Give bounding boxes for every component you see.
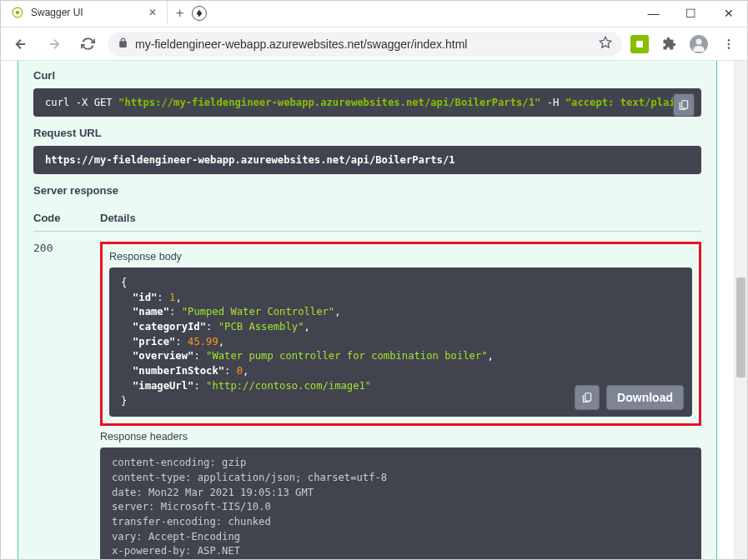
svg-point-1 [16,11,20,15]
svg-point-6 [728,42,730,45]
lock-icon [118,38,128,51]
page-content: Curl curl -X GET "https://my-fieldengine… [1,61,734,559]
response-body-highlight: Response body { "id": 1, "name": "Pumped… [100,242,701,426]
profile-indicator-icon[interactable] [192,6,207,21]
code-column-header: Code [33,212,100,224]
close-tab-icon[interactable]: ✕ [148,7,157,18]
profile-avatar-icon[interactable] [687,32,710,56]
response-headers-box: content-encoding: gzip content-type: app… [100,448,701,559]
copy-response-button[interactable] [575,385,600,410]
response-row: 200 Response body { "id": 1, "name": "Pu… [33,232,701,559]
request-url-value: https://my-fieldengineer-webapp.azureweb… [45,154,455,166]
request-url-label: Request URL [33,127,701,139]
response-table-header: Code Details [33,203,701,232]
bookmark-star-icon[interactable] [599,36,612,52]
svg-rect-8 [682,101,688,108]
header-line: date: Mon22 Mar 2021 19:05:13 GMT [112,486,690,501]
server-response-label: Server response [33,184,701,197]
response-body-label: Response body [109,251,692,262]
svg-marker-2 [600,37,610,48]
curl-command-box: curl -X GET "https://my-fieldengineer-we… [33,88,701,117]
header-line: vary: Accept-Encoding [112,530,690,545]
curl-label: Curl [33,69,701,82]
vertical-scrollbar[interactable] [734,61,747,559]
window-controls: — ☐ ✕ [635,1,747,26]
response-body-box: { "id": 1, "name": "Pumped Water Control… [109,268,692,417]
swagger-favicon-icon [11,6,24,19]
header-line: content-type: application/json; charset=… [112,471,690,486]
kebab-menu-icon[interactable] [717,32,740,56]
curl-accept: "accept: text/plain" [565,97,688,108]
header-line: transfer-encoding: chunked [112,515,690,530]
curl-prefix: curl -X GET [45,97,118,108]
header-line: x-powered-by: ASP.NET [112,544,690,559]
browser-toolbar: my-fieldengineer-webapp.azurewebsites.ne… [1,28,747,61]
details-column-header: Details [100,212,701,224]
svg-rect-9 [585,393,591,401]
svg-point-4 [696,38,702,44]
titlebar: Swagger UI ✕ + — ☐ ✕ [1,1,747,28]
maximize-button[interactable]: ☐ [672,1,710,26]
scrollbar-thumb[interactable] [736,278,745,378]
reload-button[interactable] [74,31,101,58]
request-url-box: https://my-fieldengineer-webapp.azureweb… [33,146,701,174]
extension-icon[interactable] [630,35,649,53]
new-tab-button[interactable]: + [168,1,192,26]
address-bar[interactable]: my-fieldengineer-webapp.azurewebsites.ne… [108,32,622,57]
download-button[interactable]: Download [606,385,684,410]
status-code: 200 [33,242,100,559]
tab-title: Swagger UI [31,7,83,18]
header-line: server: Microsoft-IIS/10.0 [112,500,690,515]
forward-button[interactable] [41,31,68,58]
back-button[interactable] [8,31,34,58]
header-line: content-encoding: gzip [112,456,690,471]
copy-curl-button[interactable] [673,93,695,117]
curl-url: "https://my-fieldengineer-webapp.azurewe… [118,97,540,108]
svg-point-7 [728,47,730,49]
browser-tab[interactable]: Swagger UI ✕ [1,1,168,24]
response-headers-label: Response headers [100,431,701,442]
svg-point-5 [728,39,730,42]
curl-flag: -H [540,97,565,108]
minimize-button[interactable]: — [635,1,672,26]
extensions-puzzle-icon[interactable] [657,32,680,56]
close-window-button[interactable]: ✕ [710,1,747,26]
url-text: my-fieldengineer-webapp.azurewebsites.ne… [135,38,592,51]
